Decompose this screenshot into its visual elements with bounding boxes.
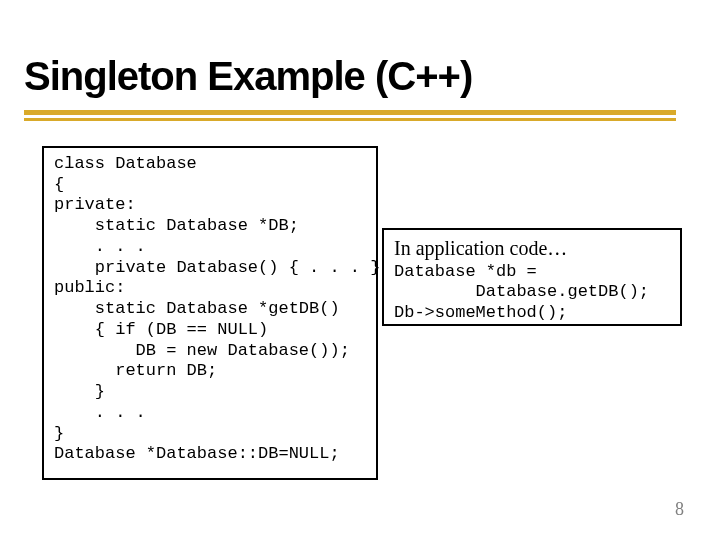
application-code-label: In application code… [394, 237, 567, 259]
code-box-application-usage: In application code… Database *db = Data… [382, 228, 682, 326]
slide: Singleton Example (C++) class Database {… [0, 0, 720, 540]
page-title: Singleton Example (C++) [24, 54, 472, 99]
application-code-snippet: Database *db = Database.getDB(); Db->som… [394, 262, 649, 322]
code-box-class-definition: class Database { private: static Databas… [42, 146, 378, 480]
page-number: 8 [675, 499, 684, 520]
title-rule-thin [24, 118, 676, 121]
title-rule-thick [24, 110, 676, 115]
